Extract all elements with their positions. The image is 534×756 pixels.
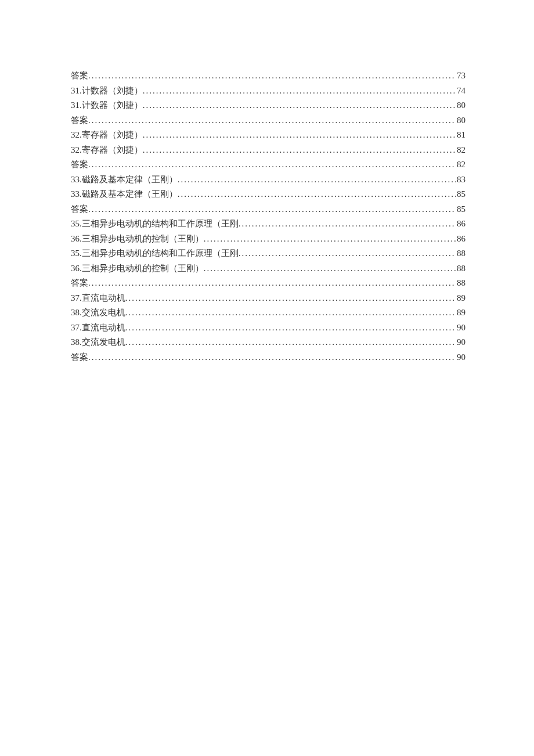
- toc-title: 35.三相异步电动机的结构和工作原理（王刚: [71, 246, 239, 261]
- toc-title: 38.交流发电机: [71, 305, 125, 321]
- toc-title: 33.磁路及基本定律（王刚）: [71, 187, 178, 202]
- toc-page-number: 90: [456, 335, 466, 350]
- toc-page-number: 86: [456, 232, 466, 247]
- toc-title: 35.三相异步电动机的结构和工作原理（王刚: [71, 217, 239, 232]
- toc-entry[interactable]: 33.磁路及基本定律（王刚）85: [71, 187, 466, 202]
- toc-leader-dots: [143, 84, 456, 99]
- toc-page-number: 89: [456, 291, 466, 306]
- toc-leader-dots: [125, 321, 456, 336]
- toc-page-number: 90: [456, 321, 466, 336]
- toc-entry[interactable]: 36.三相异步电动机的控制（王刚）86: [71, 232, 466, 247]
- toc-leader-dots: [88, 202, 456, 217]
- toc-entry[interactable]: 36.三相异步电动机的控制（王刚）88: [71, 261, 466, 276]
- toc-leader-dots: [178, 187, 456, 202]
- toc-entry[interactable]: 31.计数器（刘捷）80: [71, 98, 466, 113]
- toc-leader-dots: [204, 232, 456, 247]
- toc-entry[interactable]: 31.计数器（刘捷）74: [71, 84, 466, 99]
- toc-page-number: 89: [456, 305, 466, 321]
- toc-entry[interactable]: 答案82: [71, 157, 466, 172]
- toc-leader-dots: [88, 69, 456, 84]
- toc-leader-dots: [88, 157, 456, 172]
- toc-page-number: 80: [456, 113, 466, 128]
- toc-page-number: 88: [456, 276, 466, 291]
- toc-title: 31.计数器（刘捷）: [71, 84, 143, 99]
- toc-page-number: 82: [456, 143, 466, 158]
- toc-page-number: 90: [456, 350, 466, 365]
- toc-title: 答案: [71, 276, 88, 291]
- toc-title: 答案: [71, 202, 88, 217]
- toc-leader-dots: [143, 143, 456, 158]
- toc-leader-dots: [239, 217, 456, 232]
- toc-entry[interactable]: 35.三相异步电动机的结构和工作原理（王刚88: [71, 246, 466, 261]
- toc-leader-dots: [125, 335, 456, 350]
- toc-page-number: 86: [456, 217, 466, 232]
- toc-title: 33.磁路及基本定律（王刚）: [71, 172, 178, 188]
- toc-leader-dots: [125, 305, 456, 321]
- toc-page-number: 88: [456, 261, 466, 276]
- toc-leader-dots: [178, 172, 456, 188]
- toc-entry[interactable]: 37.直流电动机90: [71, 321, 466, 336]
- toc-entry[interactable]: 答案88: [71, 276, 466, 291]
- toc-page-number: 82: [456, 157, 466, 172]
- toc-title: 32.寄存器（刘捷）: [71, 143, 143, 158]
- toc-entry[interactable]: 答案85: [71, 202, 466, 217]
- toc-page-number: 83: [456, 172, 466, 188]
- toc-leader-dots: [143, 128, 456, 143]
- toc-title: 36.三相异步电动机的控制（王刚）: [71, 261, 204, 276]
- toc-title: 36.三相异步电动机的控制（王刚）: [71, 232, 204, 247]
- toc-title: 38.交流发电机: [71, 335, 125, 350]
- toc-entry[interactable]: 32.寄存器（刘捷）82: [71, 143, 466, 158]
- toc-page-number: 88: [456, 246, 466, 261]
- toc-page-number: 73: [456, 69, 466, 84]
- toc-page-number: 85: [456, 202, 466, 217]
- toc-leader-dots: [125, 291, 456, 306]
- toc-page-number: 85: [456, 187, 466, 202]
- toc-entry[interactable]: 37.直流电动机89: [71, 291, 466, 306]
- toc-entry[interactable]: 38.交流发电机89: [71, 305, 466, 321]
- toc-leader-dots: [204, 261, 456, 276]
- toc-page-number: 81: [456, 128, 466, 143]
- toc-entry[interactable]: 38.交流发电机90: [71, 335, 466, 350]
- toc-title: 37.直流电动机: [71, 321, 125, 336]
- table-of-contents: 答案7331.计数器（刘捷）7431.计数器（刘捷）80答案8032.寄存器（刘…: [71, 69, 466, 365]
- toc-leader-dots: [239, 246, 456, 261]
- toc-entry[interactable]: 33.磁路及基本定律（王刚）83: [71, 172, 466, 188]
- toc-title: 答案: [71, 69, 88, 84]
- toc-entry[interactable]: 答案73: [71, 69, 466, 84]
- toc-page-number: 80: [456, 98, 466, 113]
- toc-leader-dots: [88, 350, 456, 365]
- toc-leader-dots: [143, 98, 456, 113]
- toc-title: 答案: [71, 113, 88, 128]
- toc-title: 31.计数器（刘捷）: [71, 98, 143, 113]
- toc-title: 答案: [71, 350, 88, 365]
- toc-entry[interactable]: 答案90: [71, 350, 466, 365]
- toc-title: 37.直流电动机: [71, 291, 125, 306]
- toc-leader-dots: [88, 113, 456, 128]
- toc-page-number: 74: [456, 84, 466, 99]
- toc-title: 32.寄存器（刘捷）: [71, 128, 143, 143]
- toc-entry[interactable]: 答案80: [71, 113, 466, 128]
- toc-entry[interactable]: 35.三相异步电动机的结构和工作原理（王刚86: [71, 217, 466, 232]
- toc-leader-dots: [88, 276, 456, 291]
- toc-title: 答案: [71, 157, 88, 172]
- toc-entry[interactable]: 32.寄存器（刘捷）81: [71, 128, 466, 143]
